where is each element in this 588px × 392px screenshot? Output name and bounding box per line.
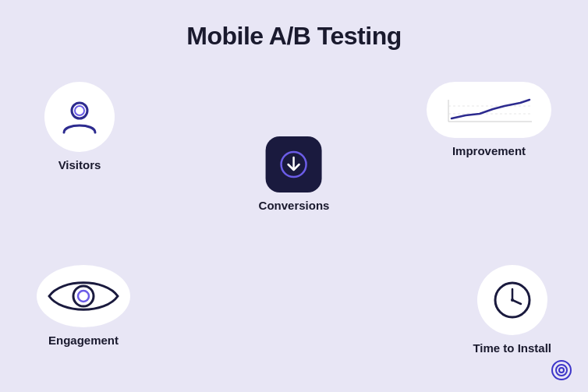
chart-icon <box>442 92 536 128</box>
time-to-install-label: Time to Install <box>473 341 551 355</box>
time-icon-bg <box>477 265 547 335</box>
engagement-card: Engagement <box>37 265 130 347</box>
brand-logo-icon <box>551 359 572 381</box>
time-to-install-card: Time to Install <box>473 265 551 355</box>
page-title: Mobile A/B Testing <box>186 22 401 51</box>
diagram-area: Visitors Improvement <box>21 66 567 370</box>
eye-icon <box>46 274 121 319</box>
svg-point-13 <box>511 298 514 302</box>
improvement-card: Improvement <box>427 82 551 157</box>
person-icon <box>59 97 100 137</box>
page: Mobile A/B Testing Visitors <box>0 0 588 392</box>
engagement-icon-bg <box>37 265 130 327</box>
svg-point-1 <box>75 106 84 115</box>
svg-point-15 <box>556 365 567 376</box>
improvement-pill <box>427 82 551 138</box>
conversions-label: Conversions <box>259 199 330 212</box>
brand-logo <box>551 359 572 381</box>
visitors-card: Visitors <box>44 82 115 171</box>
conversions-icon-bg <box>266 136 322 192</box>
visitors-icon-bg <box>44 82 115 152</box>
engagement-label: Engagement <box>48 334 119 347</box>
improvement-label: Improvement <box>452 144 526 157</box>
svg-point-9 <box>78 291 89 302</box>
clock-icon <box>491 279 533 321</box>
visitors-label: Visitors <box>58 158 101 171</box>
svg-point-8 <box>73 286 94 306</box>
download-icon <box>280 150 308 178</box>
svg-point-16 <box>559 368 564 373</box>
svg-point-14 <box>552 361 571 380</box>
conversions-card: Conversions <box>259 136 330 212</box>
